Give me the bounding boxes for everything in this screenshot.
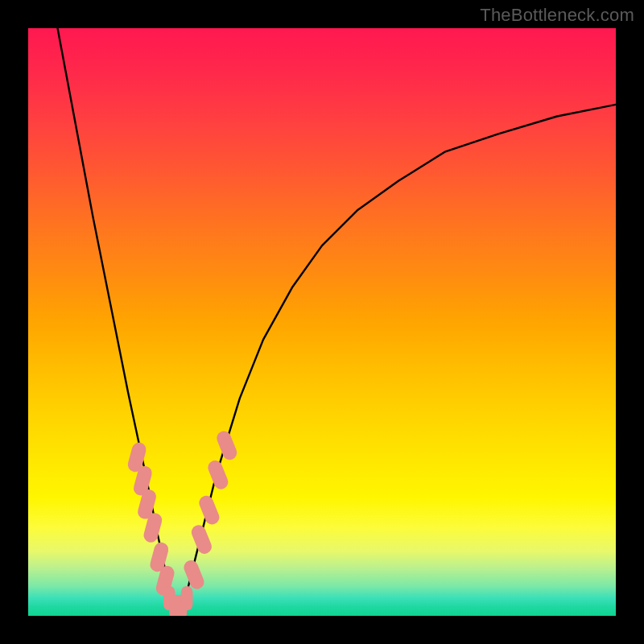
curve-marker (206, 458, 230, 491)
chart-svg (28, 28, 616, 616)
chart-frame: TheBottleneck.com (0, 0, 644, 644)
bottleneck-curve (58, 28, 617, 610)
marker-capsule (197, 493, 221, 526)
curve-marker (189, 523, 213, 556)
curve-marker (197, 493, 221, 526)
curve-marker (215, 429, 239, 462)
marker-capsule (181, 586, 193, 610)
marker-capsule (215, 429, 239, 462)
marker-capsule (206, 458, 230, 491)
plot-area (28, 28, 616, 616)
curve-group (58, 28, 617, 610)
curve-marker (181, 586, 193, 610)
watermark-text: TheBottleneck.com (480, 5, 634, 26)
marker-capsule (189, 523, 213, 556)
